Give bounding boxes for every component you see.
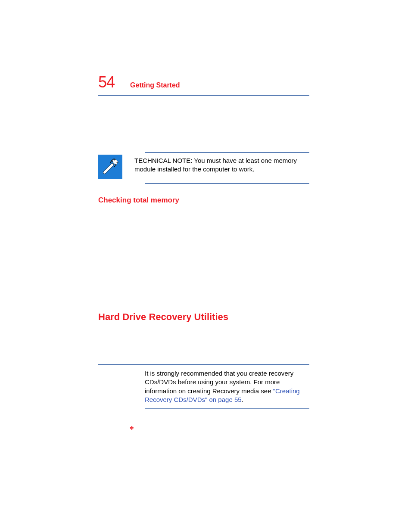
chapter-title: Getting Started (130, 81, 180, 89)
technical-note-block: TECHNICAL NOTE: You must have at least o… (98, 152, 309, 184)
technical-note-text: TECHNICAL NOTE: You must have at least o… (134, 156, 309, 174)
page-number: 54 (98, 73, 115, 91)
section-heading: Hard Drive Recovery Utilities (98, 311, 309, 323)
recommendation-prefix: It is strongly recommended that you crea… (145, 370, 293, 395)
recommendation-rule-top (98, 364, 309, 365)
diamond-bullet-icon: ❖ (129, 425, 134, 431)
note-rule-bottom (145, 183, 309, 184)
subsection-heading: Checking total memory (98, 196, 309, 205)
recommendation-suffix: . (242, 396, 243, 403)
recommendation-text: It is strongly recommended that you crea… (145, 369, 308, 404)
recommendation-block: It is strongly recommended that you crea… (98, 364, 309, 409)
header-rule (98, 95, 309, 96)
wrench-icon (98, 155, 122, 179)
page-header: 54 Getting Started (98, 73, 309, 91)
note-row: TECHNICAL NOTE: You must have at least o… (98, 153, 309, 179)
recommendation-rule-bottom (145, 408, 309, 409)
list-item: ❖ (129, 425, 309, 431)
document-page: 54 Getting Started TECHNICAL NOTE: You m… (98, 73, 309, 431)
